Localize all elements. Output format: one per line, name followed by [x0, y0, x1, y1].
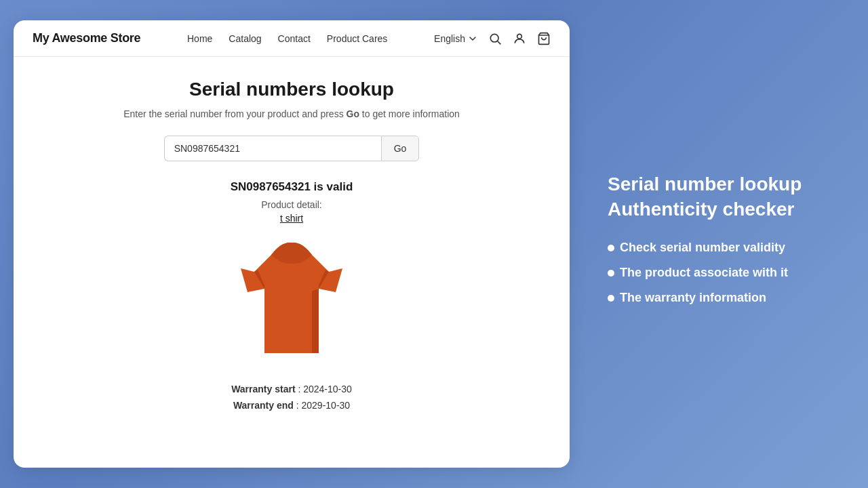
product-name-link[interactable]: t shirt — [41, 213, 542, 224]
feature-label-3: The warranty information — [620, 291, 766, 305]
svg-point-0 — [490, 34, 498, 42]
serial-input[interactable] — [164, 136, 381, 161]
account-icon[interactable] — [513, 32, 526, 45]
nav-product-cares[interactable]: Product Cares — [327, 33, 387, 44]
page-subtitle: Enter the serial number from your produc… — [41, 108, 542, 119]
language-label: English — [434, 33, 465, 44]
subtitle-suffix: to get more information — [359, 108, 460, 119]
feature-label-1: Check serial number validity — [620, 241, 785, 255]
feature-item-2: The product associate with it — [608, 266, 844, 280]
warranty-start-value: 2024-10-30 — [303, 384, 352, 394]
feature-item-1: Check serial number validity — [608, 241, 844, 255]
bullet-icon-3 — [608, 295, 614, 302]
store-card: My Awesome Store Home Catalog Contact Pr… — [14, 20, 570, 468]
left-panel: My Awesome Store Home Catalog Contact Pr… — [0, 0, 583, 488]
warranty-end-row: Warranty end : 2029-10-30 — [41, 400, 542, 411]
store-nav: My Awesome Store Home Catalog Contact Pr… — [14, 20, 570, 57]
svg-line-1 — [498, 41, 501, 44]
bullet-icon-1 — [608, 245, 614, 251]
nav-links: Home Catalog Contact Product Cares — [187, 33, 387, 45]
svg-point-2 — [517, 34, 522, 39]
nav-home[interactable]: Home — [187, 33, 212, 44]
bullet-icon-2 — [608, 270, 614, 277]
feature-list: Check serial number validity The product… — [608, 241, 844, 305]
warranty-end-colon: : — [296, 400, 302, 411]
right-heading: Serial number lookup Authenticity checke… — [608, 172, 844, 222]
search-row: Go — [41, 136, 542, 161]
warranty-end-value: 2029-10-30 — [302, 400, 351, 411]
product-image-container — [41, 235, 542, 370]
validity-text: SN0987654321 is valid — [41, 180, 542, 194]
warranty-end-label: Warranty end — [233, 400, 294, 411]
product-tshirt-image — [234, 235, 349, 370]
go-button[interactable]: Go — [381, 136, 420, 161]
search-icon[interactable] — [488, 32, 502, 45]
feature-item-3: The warranty information — [608, 291, 844, 305]
store-main: Serial numbers lookup Enter the serial n… — [14, 57, 570, 441]
nav-contact[interactable]: Contact — [278, 33, 311, 44]
store-logo: My Awesome Store — [33, 31, 140, 45]
cart-icon[interactable] — [537, 32, 551, 45]
right-heading-line1: Serial number lookup — [608, 174, 802, 195]
subtitle-prefix: Enter the serial number from your produc… — [123, 108, 346, 119]
subtitle-key: Go — [347, 108, 359, 119]
language-selector[interactable]: English — [434, 33, 477, 44]
nav-right: English — [434, 32, 551, 45]
warranty-info: Warranty start : 2024-10-30 Warranty end… — [41, 384, 542, 411]
feature-label-2: The product associate with it — [620, 266, 788, 280]
warranty-start-label: Warranty start — [231, 384, 295, 394]
page-title: Serial numbers lookup — [41, 79, 542, 100]
right-panel: Serial number lookup Authenticity checke… — [583, 145, 868, 343]
nav-catalog[interactable]: Catalog — [229, 33, 261, 44]
product-detail-label: Product detail: — [41, 199, 542, 210]
warranty-start-row: Warranty start : 2024-10-30 — [41, 384, 542, 394]
chevron-down-icon — [468, 34, 477, 43]
right-heading-line2: Authenticity checker — [608, 199, 794, 220]
